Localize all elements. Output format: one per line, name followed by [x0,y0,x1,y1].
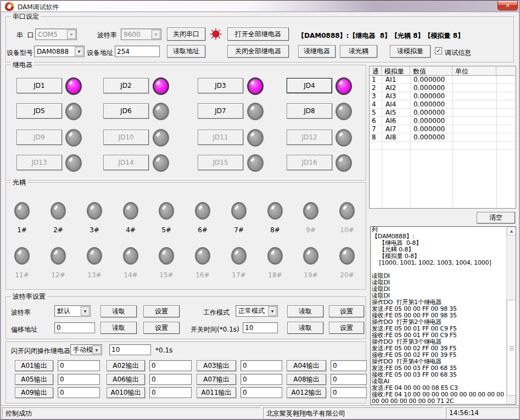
close-serial-button[interactable]: 关闭串口 [167,27,205,41]
relay-button-jd7[interactable]: JD7 [198,103,243,119]
log-line: 操作DO 打开第3个继电器 [372,339,506,345]
opto-label-6: 6# [193,226,213,234]
output-button-a012[interactable]: A012输出 [287,387,326,398]
column-header-value[interactable]: 数值 [410,66,452,76]
output-button-a011[interactable]: A011输出 [197,387,236,398]
read-opto-button[interactable]: 读光耦 [340,45,377,58]
log-line: 列 [372,227,506,233]
output-button-a03[interactable]: A03输出 [197,360,236,371]
column-header-analog[interactable]: 模拟量 [382,66,410,76]
relay-button-jd1[interactable]: JD1 [16,78,62,93]
relay-button-jd11[interactable]: JD11 [198,130,243,145]
relay-button-jd14[interactable]: JD14 [103,155,149,170]
baud-read-button[interactable]: 读取 [100,305,137,317]
read-analog-button[interactable]: 读模拟量 [390,45,430,58]
opto-label-5: 5# [156,226,176,234]
output-value-input-12[interactable] [331,387,367,398]
output-button-a09[interactable]: A09输出 [15,387,53,398]
output-value-input-10[interactable] [149,387,192,398]
flash-time-input[interactable] [109,344,151,355]
offset-address-input[interactable] [54,322,95,333]
close-all-relays-button[interactable]: 关闭全部继电器 [227,45,289,58]
output-button-a07[interactable]: A07输出 [197,374,236,385]
opto-label-2: 2# [48,226,68,234]
output-button-a08[interactable]: A08输出 [287,374,326,385]
switch-time-input[interactable] [243,322,278,333]
output-button-a02[interactable]: A02输出 [107,360,145,371]
output-value-input-4[interactable] [331,360,367,371]
window-title: DAM调试软件 [18,3,59,12]
relay-led-11 [247,129,264,147]
flash-mode-select[interactable]: 手动模式 ▼ [70,344,102,355]
work-mode-select[interactable]: 正常模式 ▼ [236,305,278,317]
table-row[interactable]: 6 AI6 0.000000 [370,117,516,125]
device-address-input[interactable] [115,46,160,57]
relay-group-label: 继电器 [11,61,34,69]
output-button-a01[interactable]: A01输出 [15,360,53,371]
scroll-up-button[interactable]: ▲ [507,227,516,236]
opto-label-11: 11# [12,271,32,279]
scroll-thumb[interactable] [507,300,516,396]
baud-select[interactable]: 默认 ▼ [54,305,91,317]
clear-button[interactable]: 清空 [477,212,515,223]
output-button-a06[interactable]: A06输出 [107,374,145,385]
offset-set-button[interactable]: 设置 [143,322,180,334]
relay-button-jd15[interactable]: JD15 [198,155,243,170]
work-mode-set-button[interactable]: 设置 [329,305,364,317]
column-header-unit[interactable]: 单位 [452,66,496,76]
opto-led-11 [14,247,30,265]
com-port-select[interactable]: COM5 ▼ [35,29,77,40]
output-value-input-7[interactable] [241,374,282,385]
output-button-a010[interactable]: A010输出 [107,387,145,398]
output-value-input-11[interactable] [241,387,282,398]
column-header-extra[interactable] [496,66,516,76]
offset-read-button[interactable]: 读取 [100,322,137,334]
table-row[interactable]: 2 AI2 0.000000 [370,84,516,92]
table-row[interactable]: 5 AI5 0.000000 [370,109,516,117]
output-value-input-1[interactable] [58,360,100,371]
relay-button-jd6[interactable]: JD6 [103,103,149,119]
table-row[interactable]: 8 AI8 0.000000 [370,133,516,142]
output-value-input-2[interactable] [149,360,192,371]
table-row[interactable]: 3 AI3 0.000000 [370,92,516,100]
switch-time-set-button[interactable]: 设置 [329,322,364,334]
opto-led-9 [303,202,318,220]
device-model-select[interactable]: DAM0888 ▼ [34,46,85,57]
switch-time-read-button[interactable]: 读取 [287,322,323,334]
relay-button-jd2[interactable]: JD2 [103,78,149,93]
output-value-input-3[interactable] [241,360,282,371]
relay-button-jd8[interactable]: JD8 [287,103,332,119]
output-value-input-8[interactable] [331,374,367,385]
app-window: DAM调试软件 ✕ 串口设定 串 口 COM5 ▼ 波特率 9600 ▼ 关闭串… [0,0,520,420]
table-row[interactable]: 7 AI7 0.000000 [370,125,516,133]
open-all-relays-button[interactable]: 打开全部继电器 [227,27,289,41]
output-button-a05[interactable]: A05输出 [15,374,53,385]
output-button-a04[interactable]: A04输出 [287,360,326,371]
table-row[interactable]: 4 AI4 0.000000 [370,100,516,109]
output-value-input-9[interactable] [58,387,100,398]
relay-button-jd9[interactable]: JD9 [16,130,62,145]
close-button[interactable]: ✕ [497,1,518,10]
serial-status-led-icon [210,28,222,40]
relay-button-jd12[interactable]: JD12 [287,130,332,145]
relay-button-jd16[interactable]: JD16 [287,155,332,170]
relay-button-jd3[interactable]: JD3 [198,78,243,93]
read-relay-button[interactable]: 读继电器 [298,45,336,58]
output-value-input-5[interactable] [58,374,100,385]
relay-button-jd13[interactable]: JD13 [16,155,62,170]
log-scrollbar[interactable]: ▲ [506,227,516,404]
column-header-channel[interactable]: 通 [370,66,382,76]
baud-set-button[interactable]: 设置 [143,305,180,317]
read-address-button[interactable]: 读取地址 [167,45,205,58]
baud-rate-select[interactable]: 9600 ▼ [121,29,161,40]
relay-button-jd5[interactable]: JD5 [16,103,62,119]
log-line: 操作DO 打开第2个继电器 [372,319,506,326]
relay-button-jd10[interactable]: JD10 [103,130,149,145]
work-mode-read-button[interactable]: 读取 [287,305,323,317]
debug-info-checkbox[interactable]: ✓ [435,47,442,54]
log-line: 发送:FE 04 00 00 00 08 E5 C3 [372,385,506,391]
opto-led-19 [303,247,318,265]
table-row[interactable]: 1 AI1 0.000000 [370,76,516,84]
output-value-input-6[interactable] [149,374,192,385]
relay-button-jd4[interactable]: JD4 [287,78,332,93]
